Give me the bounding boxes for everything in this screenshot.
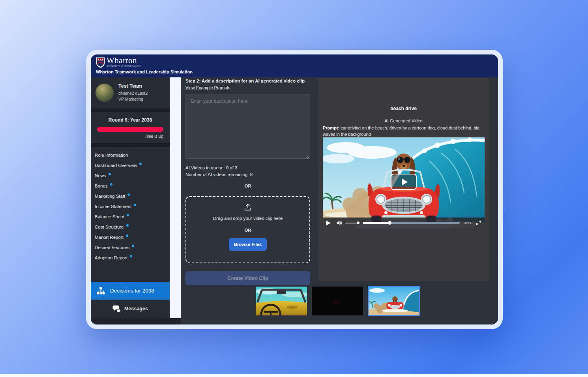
create-video-clip-button[interactable]: Create Video Clip bbox=[185, 271, 310, 285]
notification-dot bbox=[127, 214, 129, 216]
sidebar-item-label: Dashboard Overview bbox=[95, 163, 137, 168]
sidebar-item-label: Bonus bbox=[95, 184, 108, 188]
sidebar-item-role-information[interactable]: Role Information bbox=[91, 150, 170, 160]
team-avatar bbox=[96, 84, 114, 102]
big-play-button[interactable] bbox=[391, 174, 417, 190]
round-label: Round 9: Year 2038 bbox=[97, 117, 163, 123]
notification-dot bbox=[109, 173, 111, 175]
dropzone-or: OR bbox=[244, 228, 251, 233]
upload-icon bbox=[243, 203, 252, 211]
sidebar-item-label: Adoption Report bbox=[95, 255, 127, 260]
notification-dot bbox=[126, 234, 128, 237]
sidebar-item-income-statement[interactable]: Income Statement bbox=[91, 201, 170, 212]
dropzone-text: Drag and drop your video clip here bbox=[213, 216, 283, 221]
thumbnail-image bbox=[312, 287, 363, 315]
brand-name: Wharton bbox=[107, 56, 141, 65]
decisions-button-label: Decisions for 2038 bbox=[110, 288, 154, 294]
play-icon bbox=[402, 178, 408, 186]
team-role: VP Marketing bbox=[118, 96, 148, 102]
decisions-button[interactable]: ? Decisions for 2038 bbox=[91, 282, 170, 300]
time-remaining: -0:06 bbox=[464, 221, 472, 225]
app-title: Wharton Teamwork and Leadership Simulati… bbox=[96, 69, 193, 74]
svg-text:?: ? bbox=[100, 293, 101, 294]
video-prompt: Prompt: car driving on the beach, driven… bbox=[323, 125, 485, 137]
round-time-status: Time is Up bbox=[97, 134, 163, 139]
sidebar-item-marketing-staff[interactable]: Marketing Staff bbox=[91, 191, 170, 201]
sidebar-item-label: Role Information bbox=[95, 153, 128, 158]
sidebar-item-label: Income Statement bbox=[95, 204, 131, 209]
video-preview-panel: beach drive AI Generated Video Prompt: c… bbox=[318, 78, 489, 281]
sidebar-item-balance-sheet[interactable]: Balance Sheet bbox=[91, 212, 170, 222]
video-thumbnail-row bbox=[256, 286, 420, 316]
messages-button[interactable]: Messages bbox=[91, 300, 170, 318]
notification-dot bbox=[127, 193, 130, 196]
sidebar-item-bonus[interactable]: Bonus bbox=[91, 181, 170, 191]
thumbnail-beach-drive-selected[interactable] bbox=[368, 286, 420, 316]
sidebar-item-adoption-report[interactable]: Adoption Report bbox=[91, 253, 170, 263]
volume-slider[interactable] bbox=[345, 223, 360, 223]
sidebar-bottom-band bbox=[91, 318, 170, 324]
prompt-label: Prompt: bbox=[323, 126, 339, 130]
video-step-column: Step 2: Add a description for an AI gene… bbox=[185, 78, 310, 285]
thumbnail-yellow-car-dashboard[interactable] bbox=[256, 287, 307, 315]
penn-shield-icon bbox=[96, 57, 105, 68]
fullscreen-icon[interactable] bbox=[476, 220, 481, 225]
body-row: Test Team dName2 dLast2 VP Marketing Rou… bbox=[91, 77, 498, 324]
sidebar-item-label: Desired Features bbox=[95, 245, 129, 250]
sidebar-item-cost-structure[interactable]: Cost Structure bbox=[91, 222, 170, 232]
video-title: beach drive bbox=[318, 106, 489, 111]
notification-dot bbox=[134, 204, 136, 206]
or-divider: OR bbox=[185, 184, 310, 188]
sidebar: Test Team dName2 dLast2 VP Marketing Rou… bbox=[91, 77, 170, 324]
video-player[interactable]: -0:06 bbox=[323, 137, 485, 228]
sidebar-item-label: Marketing Staff bbox=[95, 194, 125, 199]
team-info: Test Team dName2 dLast2 VP Marketing bbox=[91, 77, 170, 109]
sidebar-item-desired-features[interactable]: Desired Features bbox=[91, 242, 170, 253]
sidebar-item-label: News bbox=[95, 173, 106, 178]
notification-dot bbox=[130, 255, 132, 257]
page-bottom-strip bbox=[0, 374, 588, 377]
sidebar-item-label: Cost Structure bbox=[95, 225, 124, 229]
gap-strip bbox=[170, 77, 181, 318]
description-field-wrap bbox=[185, 94, 310, 160]
video-subtitle: AI Generated Video bbox=[318, 118, 489, 123]
team-text: Test Team dName2 dLast2 VP Marketing bbox=[118, 83, 148, 102]
brand-block: Wharton UNIVERSITY of PENNSYLVANIA bbox=[107, 56, 141, 67]
volume-fill bbox=[345, 223, 358, 223]
round-block: Round 9: Year 2038 Time is Up bbox=[91, 112, 170, 143]
step2-title: Step 2: Add a description for an AI gene… bbox=[185, 78, 310, 84]
app-window-frame: Wharton UNIVERSITY of PENNSYLVANIA Whart… bbox=[86, 50, 503, 329]
remaining-status: Number of AI videos remaining: 8 bbox=[185, 172, 310, 177]
sidebar-item-label: Market Report bbox=[95, 235, 124, 240]
thumbnail-image bbox=[256, 287, 307, 315]
player-controls: -0:06 bbox=[323, 218, 485, 228]
team-name: Test Team bbox=[118, 83, 148, 89]
sidebar-item-label: Balance Sheet bbox=[95, 214, 124, 219]
description-input[interactable] bbox=[185, 94, 310, 159]
notification-dot bbox=[110, 183, 112, 186]
sidebar-divider bbox=[91, 143, 170, 147]
sidebar-nav: Role Information Dashboard Overview News… bbox=[91, 147, 170, 264]
play-button[interactable] bbox=[326, 221, 331, 225]
main-content: Step 2: Add a description for an AI gene… bbox=[181, 77, 498, 324]
video-dropzone[interactable]: Drag and drop your video clip here OR Br… bbox=[185, 196, 310, 263]
gap-column bbox=[170, 77, 181, 324]
progress-fill bbox=[363, 222, 390, 224]
notification-dot bbox=[139, 163, 142, 165]
thumbnail-image bbox=[369, 287, 419, 315]
round-progress-fill bbox=[97, 127, 163, 132]
thumbnail-black-frame[interactable] bbox=[312, 287, 363, 315]
view-example-prompts-link[interactable]: View Example Prompts bbox=[185, 85, 230, 90]
sidebar-item-dashboard-overview[interactable]: Dashboard Overview bbox=[91, 160, 170, 171]
volume-icon[interactable] bbox=[336, 220, 342, 226]
sidebar-item-news[interactable]: News bbox=[91, 171, 170, 181]
notification-dot bbox=[126, 224, 129, 227]
org-chart-icon: ? bbox=[96, 286, 105, 295]
sidebar-divider bbox=[91, 109, 170, 112]
seek-bar[interactable] bbox=[363, 222, 460, 224]
chat-bubbles-icon bbox=[112, 305, 121, 313]
app-window: Wharton UNIVERSITY of PENNSYLVANIA Whart… bbox=[91, 54, 498, 324]
brand-subtitle: UNIVERSITY of PENNSYLVANIA bbox=[107, 65, 141, 67]
browse-files-button[interactable]: Browse Files bbox=[229, 238, 267, 251]
sidebar-item-market-report[interactable]: Market Report bbox=[91, 232, 170, 242]
